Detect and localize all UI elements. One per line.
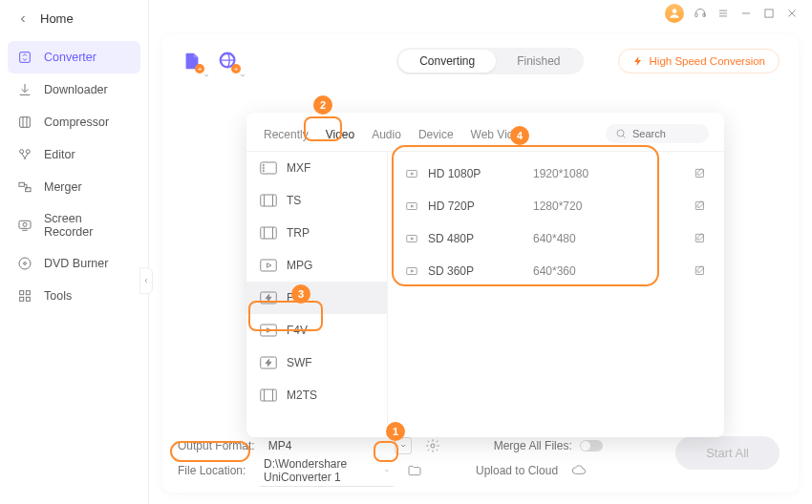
gear-icon[interactable] <box>425 438 440 453</box>
add-file-button[interactable]: + <box>182 51 203 72</box>
picker-tab-recently[interactable]: Recently <box>262 122 310 151</box>
video-icon <box>405 200 418 213</box>
file-location-dropdown[interactable]: D:\Wondershare UniConverter 1 <box>260 455 394 487</box>
output-format-label: Output Format: <box>178 439 255 452</box>
format-picker: Recently Video Audio Device Web Video MX… <box>246 113 724 437</box>
svg-rect-23 <box>20 291 24 295</box>
svg-point-34 <box>263 170 265 172</box>
editor-icon <box>17 147 32 162</box>
file-icon <box>260 324 277 337</box>
maximize-icon[interactable] <box>762 7 776 20</box>
home-button[interactable]: Home <box>0 0 148 41</box>
output-format-dropdown[interactable] <box>395 437 412 454</box>
sidebar-item-merger[interactable]: Merger <box>0 171 148 203</box>
add-url-button[interactable]: + <box>218 51 239 72</box>
menu-icon[interactable] <box>716 7 730 20</box>
nav-label: Tools <box>44 289 72 303</box>
high-speed-button[interactable]: High Speed Conversion <box>618 49 780 74</box>
resolution-item[interactable]: HD 1080P 1920*1080 <box>388 158 724 190</box>
svg-point-32 <box>263 164 265 166</box>
resolution-item[interactable]: HD 720P 1280*720 <box>388 190 724 222</box>
sidebar-item-downloader[interactable]: Downloader <box>0 74 148 106</box>
file-icon <box>260 161 277 175</box>
tab-finished[interactable]: Finished <box>496 50 581 73</box>
nav-label: Downloader <box>44 83 108 96</box>
sidebar-item-dvd-burner[interactable]: DVD Burner <box>0 247 148 280</box>
svg-rect-16 <box>19 182 24 186</box>
file-location-value: D:\Wondershare UniConverter 1 <box>264 457 384 484</box>
window-titlebar <box>652 0 812 27</box>
nav-label: Converter <box>44 51 96 64</box>
svg-marker-45 <box>267 328 272 333</box>
chevron-down-icon[interactable] <box>203 66 210 74</box>
svg-point-15 <box>26 150 30 154</box>
svg-rect-47 <box>261 389 277 401</box>
resolution-item[interactable]: SD 480P 640*480 <box>388 222 724 255</box>
output-format-value: MP4 <box>263 439 387 452</box>
dvd-icon <box>17 256 32 271</box>
search-field[interactable] <box>606 124 709 143</box>
resolution-item[interactable]: SD 360P 640*360 <box>388 255 724 287</box>
format-item-m2ts[interactable]: M2TS <box>246 379 387 411</box>
format-list: MXF TS TRP MPG FLV F4V SWF M2TS <box>246 152 388 434</box>
merge-label: Merge All Files: <box>494 439 572 452</box>
format-item-swf[interactable]: SWF <box>246 346 387 379</box>
svg-point-22 <box>24 262 27 265</box>
format-item-ts[interactable]: TS <box>246 184 387 217</box>
cloud-icon[interactable] <box>571 463 587 478</box>
sidebar-item-tools[interactable]: Tools <box>0 280 148 312</box>
svg-point-33 <box>263 167 265 169</box>
user-avatar[interactable] <box>665 4 684 23</box>
picker-tab-web-video[interactable]: Web Video <box>469 122 528 151</box>
svg-rect-26 <box>26 297 30 301</box>
format-item-trp[interactable]: TRP <box>246 217 387 249</box>
edit-icon[interactable] <box>694 200 707 213</box>
chevron-down-icon <box>399 442 407 450</box>
svg-rect-56 <box>407 236 417 242</box>
search-input[interactable] <box>632 128 699 139</box>
svg-marker-51 <box>411 173 413 175</box>
picker-tabs: Recently Video Audio Device Web Video <box>246 113 724 152</box>
lightning-icon <box>632 55 644 67</box>
picker-tab-device[interactable]: Device <box>417 122 456 151</box>
folder-icon[interactable] <box>407 463 422 478</box>
nav-label: Merger <box>44 180 82 194</box>
format-item-flv[interactable]: FLV <box>246 282 387 314</box>
nav-label: Editor <box>44 148 75 161</box>
downloader-icon <box>17 82 32 97</box>
sidebar-item-compressor[interactable]: Compressor <box>0 106 148 138</box>
svg-point-0 <box>673 9 677 13</box>
svg-rect-59 <box>407 268 417 275</box>
svg-point-19 <box>23 222 27 226</box>
merge-toggle[interactable] <box>580 440 603 452</box>
format-item-mxf[interactable]: MXF <box>246 152 387 184</box>
svg-point-28 <box>431 444 435 448</box>
close-icon[interactable] <box>785 7 799 20</box>
sidebar: Home Converter Downloader Compressor Edi… <box>0 0 149 504</box>
edit-icon[interactable] <box>694 167 707 180</box>
picker-tab-audio[interactable]: Audio <box>370 122 403 151</box>
resolution-list: HD 1080P 1920*1080 HD 720P 1280*720 SD 4… <box>388 152 724 434</box>
minimize-icon[interactable] <box>739 7 753 20</box>
sidebar-item-editor[interactable]: Editor <box>0 138 148 171</box>
svg-rect-35 <box>261 195 277 206</box>
headset-icon[interactable] <box>694 7 707 20</box>
sidebar-collapse-handle[interactable] <box>139 267 153 294</box>
sidebar-item-screen-recorder[interactable]: Screen Recorder <box>0 203 148 247</box>
chevron-down-icon[interactable] <box>239 66 246 74</box>
tab-converting[interactable]: Converting <box>398 50 496 73</box>
sidebar-item-converter[interactable]: Converter <box>8 41 140 74</box>
file-location-label: File Location: <box>178 464 252 477</box>
start-all-button[interactable]: Start All <box>675 436 780 470</box>
edit-icon[interactable] <box>694 264 707 278</box>
format-item-f4v[interactable]: F4V <box>246 314 387 346</box>
svg-rect-53 <box>407 203 417 210</box>
format-item-mpg[interactable]: MPG <box>246 249 387 282</box>
svg-rect-11 <box>20 117 31 128</box>
picker-tab-video[interactable]: Video <box>324 122 356 151</box>
video-icon <box>405 264 418 278</box>
edit-icon[interactable] <box>694 232 707 245</box>
svg-marker-54 <box>411 205 413 207</box>
nav-label: Compressor <box>44 116 109 129</box>
svg-rect-50 <box>407 171 417 178</box>
